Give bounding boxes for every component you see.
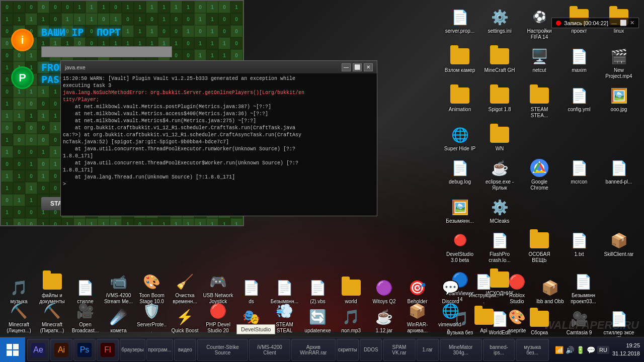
start-button[interactable] <box>0 337 25 363</box>
mcleaks-icon: ⚙️ <box>490 197 510 217</box>
taskbar-1rar-label: 1.rar <box>422 347 433 352</box>
icon-aseprite[interactable]: 🎨 aseprite <box>501 305 533 336</box>
taskbar-ddos[interactable]: DDOS <box>360 339 382 361</box>
icon-eclipse[interactable]: ☕ eclipse.exe - Ярлык <box>482 156 517 193</box>
icon-settings-ini[interactable]: ⚙️ settings.ini <box>482 5 517 42</box>
icon-php-devel[interactable]: 🔴 PHP Devel Studio 20 <box>202 299 234 336</box>
debug-log-icon: 📄 <box>450 158 470 178</box>
tray-battery-icon[interactable]: 🔋 <box>576 346 585 354</box>
taskbar-banned[interactable]: banned-ips... <box>483 339 515 361</box>
taskbar-brauzer[interactable]: браузеры <box>120 339 145 361</box>
console-line-2: executing task 3 <box>63 82 375 89</box>
icon-1txt[interactable]: 📄 1.txt <box>561 228 597 265</box>
icon-new-project-mp4[interactable]: 🎬 New Project.mp4 <box>601 44 636 81</box>
tray-network-icon[interactable]: 📶 <box>555 346 564 354</box>
recording-close[interactable]: ✕ <box>630 20 634 26</box>
console-line-7: at net.milkbowl.vault.Metrics$4.run(Metr… <box>63 118 375 125</box>
console-line-8: at org.bukkit.craftbukkit.v1_12_R1.sched… <box>63 125 375 132</box>
icon-develstudio[interactable]: 🔴 DevelStudio 3.0 beta <box>442 228 477 265</box>
netcut-icon: 🖥️ <box>529 46 549 66</box>
witoys-icon: 🟣 <box>374 278 394 298</box>
tooltip-develstudio: DevelStudio <box>236 324 275 334</box>
icon-mcleaks[interactable]: ⚙️ MCleaks <box>482 195 517 226</box>
taskbar-spam[interactable]: SPAM VK.rar <box>383 339 415 361</box>
icon-minecraft-gh[interactable]: MineCraft GH <box>482 44 517 81</box>
kometa-icon: ☄️ <box>109 307 129 327</box>
icon-debug-log[interactable]: 📄 debug.log <box>442 156 477 193</box>
ai-icon: Ai <box>54 343 68 357</box>
icon-lol-mp3[interactable]: 🎵 лол.mp3 <box>335 305 367 336</box>
windows-logo <box>7 344 19 356</box>
icon-api[interactable]: Api <box>467 305 500 336</box>
icon-ooo-jpg[interactable]: 🖼️ ooo.jpg <box>601 83 636 121</box>
icon-label-skillclient: SkillClient.rar <box>604 251 634 257</box>
taskbar-ivms[interactable]: iVMS-4200 Client <box>249 339 290 361</box>
steam-steal-icon: 💨 <box>275 301 295 321</box>
tray-chat-icon[interactable]: 💬 <box>587 346 595 354</box>
taskbar-1rar[interactable]: 1.rar <box>417 339 439 361</box>
taskbar-archive[interactable]: Архив WinRAR.rar <box>291 339 336 361</box>
icon-open-broadcast[interactable]: 🎥 Open Broadcast... <box>69 299 102 336</box>
taskbar-scripts[interactable]: скрипты <box>337 339 359 361</box>
console-restore[interactable]: ⬜ <box>353 63 362 71</box>
icon-quick-boost[interactable]: ⚡ Quick Boost <box>169 305 201 336</box>
icon-mcrcon[interactable]: 📄 mcrcon <box>561 156 597 193</box>
minecraft-pirat-icon: ⛏️ <box>42 301 62 321</box>
icon-minecraft-liz[interactable]: ⛏️ Minecraft (Лиценз...) <box>3 299 35 336</box>
icon-label-steam-stea: STEAM STEA... <box>523 107 556 119</box>
obs-ip-text: ВАШИ IP <box>41 26 84 38</box>
icon-spigot[interactable]: Spigot 1.8 <box>482 83 517 121</box>
taskbar-ps[interactable]: Ps <box>73 339 96 361</box>
taskbar-video[interactable]: видео <box>174 339 196 361</box>
recording-restore[interactable]: ⬜ <box>620 20 627 26</box>
icon-google-chrome[interactable]: Google Chrome <box>522 156 557 193</box>
console-minimize[interactable]: — <box>342 63 351 71</box>
icon-steam-stea[interactable]: STEAM STEA... <box>522 83 557 121</box>
icon-1jar[interactable]: ☕ 1.12.jar <box>368 305 400 336</box>
ochistka-icon: 🧹 <box>175 272 195 292</box>
spacer2 <box>561 123 597 154</box>
taskbar-counter-strike[interactable]: Counter-Strike Source <box>197 339 248 361</box>
taskbar-ae[interactable]: Ae <box>27 339 49 361</box>
obs-input-box[interactable] <box>41 46 172 57</box>
taskbar-mineMator[interactable]: MineMator 304g... <box>440 339 482 361</box>
console-cursor: > <box>63 181 375 188</box>
recording-minimize[interactable]: — <box>611 20 617 26</box>
icon-updatenexe[interactable]: 🔄 updatenexe <box>301 305 334 336</box>
icon-kometa[interactable]: ☄️ комета <box>102 305 135 336</box>
clock-time: 19:25 <box>612 342 640 349</box>
icon-wn[interactable]: WN <box>482 123 517 154</box>
discord-icon: 💬 <box>441 278 461 298</box>
icon-netcut[interactable]: 🖥️ netcut <box>522 44 557 81</box>
taskbar-ai[interactable]: Ai <box>50 339 72 361</box>
icon-server-prop[interactable]: 📄 server.prop... <box>442 5 477 42</box>
console-close[interactable]: ✕ <box>364 63 373 71</box>
icon-server-prote[interactable]: 🛡️ ServerProte... <box>135 299 168 336</box>
icon-config-yml[interactable]: 📄 config.yml <box>561 83 597 121</box>
taskbar-program[interactable]: програм... <box>146 339 173 361</box>
roblox-icon: 🔴 <box>507 272 527 292</box>
icon-skillclient[interactable]: 📦 SkillClient.rar <box>601 228 636 265</box>
icon-label-ooo-jpg: ooo.jpg <box>611 107 627 113</box>
icon-flashpro[interactable]: 📄 FlashPro crash.lo... <box>482 228 517 265</box>
taskbar-apps: Ae Ai Ps Fl браузеры програм... видео <box>25 337 551 362</box>
icon-label-maxim: maxim <box>572 67 586 73</box>
icon-osobaya-vesh[interactable]: ОСОБАЯ ВЕЩЬ <box>522 228 557 265</box>
icon-bezymyan1[interactable]: 🖼️ Безымянн... <box>442 195 477 226</box>
icon-animation[interactable]: Animation <box>442 83 477 121</box>
clock[interactable]: 19:25 31.12.2018 <box>612 342 640 357</box>
icon-vzlom-kamer[interactable]: Взлом камер <box>442 44 477 81</box>
icon-vimeworld[interactable]: 🌐 vimeworld-а... <box>434 299 467 336</box>
spacer1 <box>522 123 557 154</box>
tray-sound-icon[interactable]: 🔊 <box>566 346 574 354</box>
taskbar-fl[interactable]: Fl <box>97 339 119 361</box>
icon-maxim[interactable]: 📄 maxim <box>561 44 597 81</box>
ae-icon: Ae <box>31 343 45 357</box>
console-line-1: 15:20:50 WARN: [Vault] Plugin Vault v1.2… <box>63 75 375 82</box>
icon-super-hide-ip[interactable]: 🌐 Super Hide IP <box>442 123 477 154</box>
language-button[interactable]: RU <box>597 346 609 354</box>
icon-banned-pl[interactable]: 📄 banned-pl... <box>601 156 636 193</box>
icon-winrar[interactable]: 📦 WinRAR-архива... <box>401 299 434 336</box>
taskbar-muzika2[interactable]: музыка без... <box>516 339 549 361</box>
icon-minecraft-pirat[interactable]: ⛏️ Minecraft (Пиратк...) <box>36 299 68 336</box>
